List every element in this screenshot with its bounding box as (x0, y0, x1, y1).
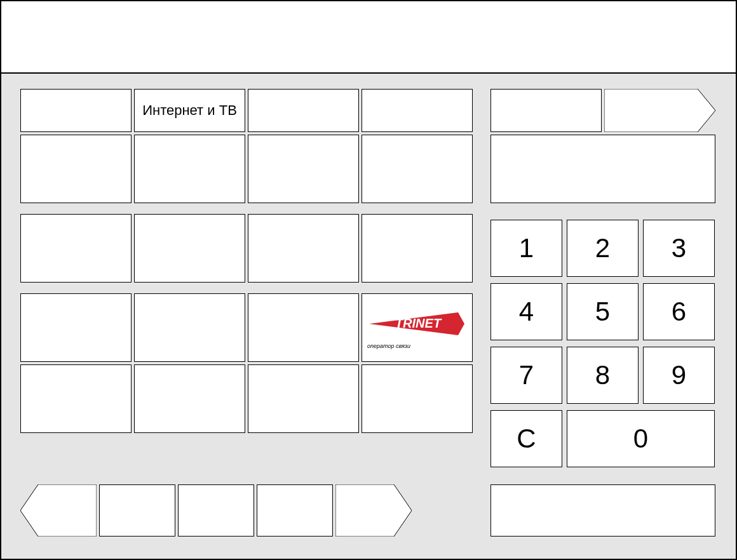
provider-tile[interactable] (20, 135, 132, 203)
svg-marker-3 (20, 484, 97, 537)
provider-tile[interactable] (134, 364, 245, 433)
logo-tagline: оператор связи (367, 343, 410, 349)
provider-tile[interactable] (362, 135, 473, 203)
provider-tile[interactable] (362, 214, 473, 283)
next-arrow-button[interactable] (604, 89, 715, 132)
svg-marker-4 (335, 484, 412, 537)
category-tile[interactable] (248, 89, 359, 132)
trinet-logo-icon: TRINET (366, 306, 468, 342)
svg-marker-0 (604, 89, 715, 132)
main-panel: Интернет и ТВ TRINET опера (1, 74, 736, 559)
provider-tile[interactable] (20, 364, 132, 433)
keypad-5[interactable]: 5 (567, 283, 639, 340)
back-arrow-button[interactable] (20, 484, 97, 537)
category-tile[interactable] (490, 89, 602, 132)
provider-tile[interactable] (248, 364, 359, 433)
tile-label: Интернет и ТВ (142, 102, 237, 118)
keypad-clear[interactable]: C (490, 410, 562, 467)
keypad-7[interactable]: 7 (490, 347, 562, 404)
provider-tile[interactable] (248, 135, 359, 203)
action-button[interactable] (490, 484, 715, 537)
provider-tile[interactable] (134, 135, 245, 203)
kiosk-frame: Интернет и ТВ TRINET опера (0, 0, 737, 560)
provider-tile[interactable] (248, 214, 359, 283)
keypad-6[interactable]: 6 (643, 283, 715, 340)
category-tile[interactable] (362, 89, 473, 132)
keypad-0[interactable]: 0 (567, 410, 715, 467)
keypad-8[interactable]: 8 (567, 347, 639, 404)
nav-button[interactable] (178, 484, 254, 537)
category-tile-internet-tv[interactable]: Интернет и ТВ (134, 89, 245, 132)
header-bar (1, 1, 736, 74)
forward-arrow-button[interactable] (335, 484, 412, 537)
svg-text:TRINET: TRINET (395, 316, 442, 330)
keypad-4[interactable]: 4 (490, 283, 562, 340)
provider-tile[interactable] (362, 364, 473, 433)
category-tile[interactable] (20, 89, 132, 132)
provider-tile[interactable] (20, 214, 132, 283)
keypad-1[interactable]: 1 (490, 220, 562, 277)
nav-button[interactable] (257, 484, 333, 537)
provider-tile-trinet[interactable]: TRINET оператор связи (362, 293, 473, 362)
provider-tile[interactable] (248, 293, 359, 362)
provider-tile[interactable] (134, 214, 245, 283)
keypad-3[interactable]: 3 (643, 220, 715, 277)
keypad-2[interactable]: 2 (567, 220, 639, 277)
nav-button[interactable] (99, 484, 175, 537)
provider-tile[interactable] (20, 293, 132, 362)
display-field (490, 135, 715, 203)
provider-tile[interactable] (134, 293, 245, 362)
keypad-9[interactable]: 9 (643, 347, 715, 404)
